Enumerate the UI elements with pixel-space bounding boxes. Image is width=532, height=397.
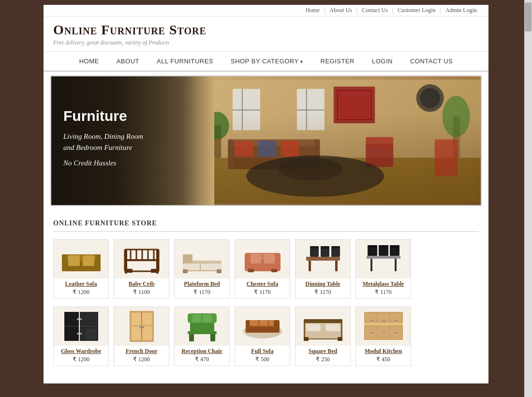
sep4: | <box>440 7 441 14</box>
hero-section: Furniture Living Room, Dining Room and B… <box>44 72 488 210</box>
svg-point-24 <box>214 112 229 139</box>
product-metalglass-table[interactable]: Metalglass Table ₹ 1170 <box>355 239 411 299</box>
product-price-french-door: ₹ 1200 <box>114 356 169 366</box>
nav-link-home[interactable]: HOME <box>71 52 108 71</box>
product-name-plateform-bed[interactable]: Plateform Bed <box>175 279 229 289</box>
nav-link-register[interactable]: REGISTER <box>312 52 363 71</box>
nav-link-furnitures[interactable]: ALL FURNITURES <box>148 52 222 71</box>
product-price-metalglass-table: ₹ 1170 <box>356 289 411 298</box>
svg-rect-18 <box>258 141 277 157</box>
topbar-customer-login[interactable]: Customer Login <box>398 7 435 14</box>
product-price-square-bed: ₹ 250 <box>296 356 350 366</box>
product-price-gloss-wardrobe: ₹ 1200 <box>54 356 108 366</box>
hero-line3: No Credit Hassles <box>63 158 202 169</box>
nav-link-contact[interactable]: CONTACT US <box>401 52 461 71</box>
svg-rect-59 <box>248 269 254 272</box>
svg-rect-96 <box>141 312 142 341</box>
svg-rect-130 <box>370 320 373 321</box>
product-name-leather-sofa[interactable]: Leather Sofa <box>54 279 108 289</box>
svg-rect-94 <box>132 326 141 340</box>
svg-rect-67 <box>321 246 329 249</box>
product-name-reception-chair[interactable]: Reception Chair <box>175 346 229 356</box>
nav-link-about[interactable]: ABOUT <box>108 52 148 71</box>
product-french-door[interactable]: French Door ₹ 1200 <box>114 307 169 366</box>
product-name-french-door[interactable]: French Door <box>114 346 169 356</box>
product-name-gloss-wardrobe[interactable]: Gloss Wardrobe <box>54 346 108 356</box>
svg-rect-19 <box>281 141 299 157</box>
svg-rect-61 <box>306 257 340 261</box>
nav-item-furnitures[interactable]: ALL FURNITURES <box>148 52 222 71</box>
topbar-home[interactable]: Home <box>306 7 320 14</box>
product-price-full-sofa: ₹ 500 <box>235 356 290 366</box>
svg-rect-21 <box>366 137 394 147</box>
svg-rect-120 <box>338 337 342 341</box>
svg-rect-89 <box>86 335 96 339</box>
svg-rect-72 <box>370 259 372 271</box>
product-name-modul-kitchen[interactable]: Modul Kitchen <box>356 346 411 356</box>
svg-point-98 <box>142 326 144 328</box>
sep2: | <box>356 7 357 14</box>
svg-rect-49 <box>201 264 222 270</box>
topbar-about[interactable]: About Us <box>329 7 352 14</box>
nav-item-register[interactable]: REGISTER <box>312 52 363 71</box>
nav-item-about[interactable]: ABOUT <box>108 52 148 71</box>
product-img-reception-chair <box>175 307 229 346</box>
product-square-bed[interactable]: Square Bed ₹ 250 <box>295 307 351 366</box>
svg-rect-110 <box>274 320 280 333</box>
product-img-modul-kitchen <box>356 307 411 346</box>
nav-item-home[interactable]: HOME <box>71 52 108 71</box>
svg-rect-7 <box>297 110 325 111</box>
product-gloss-wardrobe[interactable]: Gloss Wardrobe ₹ 1200 <box>53 307 109 366</box>
product-name-dinning-table[interactable]: Dinning Table <box>296 279 350 289</box>
svg-point-84 <box>77 318 79 320</box>
svg-rect-79 <box>379 245 388 248</box>
product-baby-crib[interactable]: Baby Crib ₹ 1100 <box>114 239 169 299</box>
svg-rect-31 <box>62 254 67 271</box>
nav-link-shop-by-category[interactable]: SHOP BY CATEGORY <box>222 52 311 71</box>
topbar-admin-login[interactable]: Admin Login <box>445 7 477 14</box>
svg-rect-134 <box>383 332 385 333</box>
svg-rect-14 <box>228 139 320 148</box>
nav-item-login[interactable]: LOGIN <box>363 52 401 71</box>
main-nav: HOME ABOUT ALL FURNITURES SHOP BY CATEGO… <box>44 51 488 72</box>
svg-rect-119 <box>304 337 309 341</box>
svg-rect-73 <box>395 259 397 271</box>
product-leather-sofa[interactable]: Leather Sofa ₹ 1200 <box>53 239 109 299</box>
product-img-metalglass-table <box>356 240 411 279</box>
product-full-sofa[interactable]: Full Sofa ₹ 500 <box>235 307 290 366</box>
product-dinning-table[interactable]: Dinning Table ₹ 1170 <box>295 239 351 299</box>
product-price-leather-sofa: ₹ 1200 <box>54 289 108 298</box>
svg-rect-100 <box>188 313 217 323</box>
svg-rect-52 <box>217 269 222 273</box>
nav-item-contact[interactable]: CONTACT US <box>401 52 461 71</box>
svg-rect-135 <box>395 332 398 333</box>
svg-rect-9 <box>338 90 371 120</box>
scrollbar[interactable] <box>524 0 532 397</box>
hero-heading: Furniture <box>63 108 202 124</box>
product-img-plateform-bed <box>175 240 229 279</box>
nav-link-login[interactable]: LOGIN <box>363 52 401 71</box>
nav-item-shop-by-category[interactable]: SHOP BY CATEGORY <box>222 52 311 71</box>
product-name-chester-sofa[interactable]: Chester Sofa <box>235 279 290 289</box>
scrollbar-thumb[interactable] <box>525 2 532 31</box>
svg-rect-125 <box>364 323 403 325</box>
product-reception-chair[interactable]: Reception Chair ₹ 470 <box>174 307 230 366</box>
svg-rect-133 <box>370 332 373 333</box>
hero-line1: Living Room, Dining Room and Bedroom Fur… <box>63 131 202 153</box>
topbar-contact[interactable]: Contact Us <box>362 7 388 14</box>
product-modul-kitchen[interactable]: Modul Kitchen ₹ 450 <box>355 307 411 366</box>
svg-rect-17 <box>235 141 253 157</box>
hero-overlay: Furniture Living Room, Dining Room and B… <box>51 76 481 205</box>
product-grid-row2: Gloss Wardrobe ₹ 1200 <box>53 307 479 366</box>
product-img-gloss-wardrobe <box>54 307 108 346</box>
product-plateform-bed[interactable]: Plateform Bed ₹ 1170 <box>174 239 230 299</box>
svg-point-86 <box>80 318 82 320</box>
product-chester-sofa[interactable]: Chester Sofa ₹ 1170 <box>235 239 290 299</box>
product-name-baby-crib[interactable]: Baby Crib <box>114 279 169 289</box>
product-name-full-sofa[interactable]: Full Sofa <box>235 346 290 356</box>
product-name-metalglass-table[interactable]: Metalglass Table <box>356 279 411 289</box>
product-name-square-bed[interactable]: Square Bed <box>296 346 350 356</box>
svg-rect-69 <box>331 246 340 249</box>
product-img-leather-sofa <box>54 240 108 279</box>
site-title: Online Furniture Store <box>53 22 207 38</box>
